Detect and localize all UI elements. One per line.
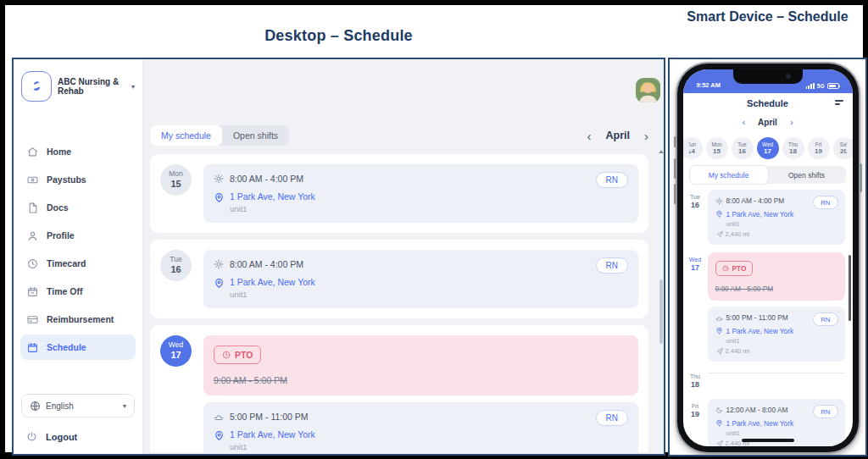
org-switcher[interactable]: ABC Nursing & Rehab ▾: [14, 71, 142, 102]
day-label: Fri 19: [683, 399, 708, 446]
location-pin-icon: [715, 419, 723, 428]
next-month-button[interactable]: ›: [644, 130, 648, 142]
prev-month-button[interactable]: ‹: [587, 130, 592, 142]
location-link[interactable]: 1 Park Ave, New York: [726, 419, 794, 428]
role-badge: RN: [596, 410, 628, 426]
prev-month-button[interactable]: ‹: [742, 118, 745, 127]
calendar-icon: [27, 342, 38, 353]
volume-down-button: [674, 184, 676, 204]
day-label-selected: Wed 17: [683, 252, 708, 362]
location-link[interactable]: 1 Park Ave, New York: [726, 327, 794, 335]
month-navigation: ‹ April ›: [683, 113, 853, 131]
sidebar-menu: Home Paystubs Docs Profile: [14, 139, 142, 360]
logout-label: Logout: [46, 432, 77, 442]
home-indicator[interactable]: [742, 439, 794, 442]
phone-header: Schedule: [683, 93, 853, 113]
week-day-strip: Sun14 Mon15 Tue16 Wed17 Thu18 Fri19 Sat2…: [683, 131, 853, 165]
schedule-toolbar: My schedule Open shifts ‹ April ›: [150, 125, 648, 146]
sidebar-item-reimbursement[interactable]: Reimbursement: [20, 307, 136, 332]
screenshot-canvas: Desktop – Schedule Smart Device – Schedu…: [0, 0, 868, 459]
pto-card[interactable]: PTO 9:00 AM - 5:00 PM: [708, 252, 845, 301]
sidebar-item-schedule[interactable]: Schedule: [20, 335, 136, 360]
calendar-off-icon: [27, 286, 38, 297]
role-badge: RN: [813, 405, 837, 418]
phone-screen: 9:52 AM 5G Schedule ‹ April: [683, 69, 853, 446]
scrollbar-thumb[interactable]: [849, 255, 851, 321]
schedule-day-row: Wed 17 PTO 9:00 AM - 5:00 PM: [683, 252, 853, 362]
unit-label: unit1: [726, 429, 837, 437]
language-selector[interactable]: English ▾: [21, 394, 135, 418]
shift-card[interactable]: 8:00 AM - 4:00 PM RN 1 Park Ave, New Yor…: [708, 190, 845, 245]
day-pill-tue[interactable]: Tue16: [732, 137, 754, 159]
tab-my-schedule[interactable]: My schedule: [690, 166, 768, 184]
unit-label: unit1: [726, 220, 837, 228]
navigation-icon: [716, 231, 723, 238]
camera-icon: [786, 74, 791, 79]
mobile-section: 9:52 AM 5G Schedule ‹ April: [668, 58, 867, 456]
shift-card[interactable]: 8:00 AM - 4:00 PM RN 1 Park Ave, New Yor…: [203, 164, 638, 223]
desktop-app-window: ABC Nursing & Rehab ▾ Home Paystubs Docs: [12, 58, 665, 456]
location-link[interactable]: 1 Park Ave, New York: [726, 210, 794, 218]
scrollbar[interactable]: [659, 152, 664, 452]
tab-open-shifts[interactable]: Open shifts: [768, 166, 846, 184]
status-time: 9:52 AM: [697, 81, 721, 89]
schedule-day-row: Thu 18: [683, 369, 853, 391]
pto-card[interactable]: PTO 9:00 AM - 5:00 PM: [203, 335, 638, 395]
scrollbar-thumb[interactable]: [659, 279, 663, 344]
chevron-down-icon: ▾: [131, 83, 135, 91]
day-badge: Mon 15: [160, 164, 192, 196]
sidebar-footer: English ▾ Logout: [14, 394, 142, 454]
shift-card[interactable]: 5:00 PM - 11:00 PM RN 1 Park Ave, New Yo…: [708, 307, 845, 362]
pto-badge: PTO: [715, 261, 754, 276]
sidebar-item-timecard[interactable]: Timecard: [20, 251, 136, 276]
location-link[interactable]: 1 Park Ave, New York: [230, 191, 315, 202]
location-pin-icon: [715, 327, 723, 335]
role-badge: RN: [596, 257, 628, 274]
app-logo-icon: [21, 71, 52, 102]
location-link[interactable]: 1 Park Ave, New York: [230, 277, 315, 287]
day-label: Thu 18: [683, 369, 708, 391]
sun-icon: [214, 259, 224, 269]
shift-card[interactable]: 5:00 PM - 11:00 PM RN 1 Park Ave, New Yo…: [203, 402, 638, 452]
pto-time: 9:00 AM - 5:00 PM: [715, 285, 837, 293]
phone-mockup: 9:52 AM 5G Schedule ‹ April: [677, 64, 859, 452]
logout-button[interactable]: Logout: [21, 431, 135, 442]
sidebar-item-paystubs[interactable]: Paystubs: [20, 167, 136, 192]
day-pill-thu[interactable]: Thu18: [782, 137, 804, 159]
sidebar-item-home[interactable]: Home: [20, 139, 136, 164]
next-month-button[interactable]: ›: [790, 118, 793, 127]
power-icon: [26, 431, 37, 442]
sidebar-item-profile[interactable]: Profile: [20, 223, 136, 248]
unit-label: unit1: [230, 290, 315, 299]
shift-time: 5:00 PM - 11:00 PM: [230, 412, 309, 422]
phone-notch: [733, 69, 803, 84]
shift-time: 12:00 AM - 8:00 AM: [726, 406, 788, 414]
volume-up-button: [674, 158, 676, 179]
sidebar-item-time-off[interactable]: Time Off: [20, 279, 136, 304]
credit-card-icon: [27, 314, 38, 325]
avatar[interactable]: [636, 78, 660, 102]
clock-icon: [722, 265, 729, 272]
sunset-icon: [214, 412, 224, 422]
filter-icon[interactable]: [835, 100, 843, 107]
tab-my-schedule[interactable]: My schedule: [150, 125, 222, 146]
shift-card[interactable]: 8:00 AM - 4:00 PM RN 1 Park Ave, New Yor…: [203, 250, 638, 308]
sunset-icon: [715, 314, 723, 322]
scrollbar-arrow-icon[interactable]: [659, 147, 664, 153]
shift-time: 5:00 PM - 11:00 PM: [726, 313, 788, 322]
sun-icon: [715, 197, 723, 205]
day-badge-selected: Wed 17: [160, 335, 192, 367]
distance-label: 2,440 mi: [726, 347, 750, 355]
unit-label: unit1: [726, 337, 837, 345]
tab-open-shifts[interactable]: Open shifts: [222, 125, 289, 146]
moon-icon: [715, 406, 723, 414]
user-icon: [27, 230, 38, 241]
sidebar-item-docs[interactable]: Docs: [20, 195, 136, 220]
unit-label: unit1: [230, 442, 315, 451]
home-icon: [27, 147, 38, 158]
role-badge: RN: [813, 312, 837, 326]
day-pill-wed-selected[interactable]: Wed17: [757, 137, 779, 159]
day-pill-fri[interactable]: Fri19: [808, 137, 830, 159]
location-link[interactable]: 1 Park Ave, New York: [230, 429, 315, 440]
day-pill-mon[interactable]: Mon15: [706, 137, 728, 159]
